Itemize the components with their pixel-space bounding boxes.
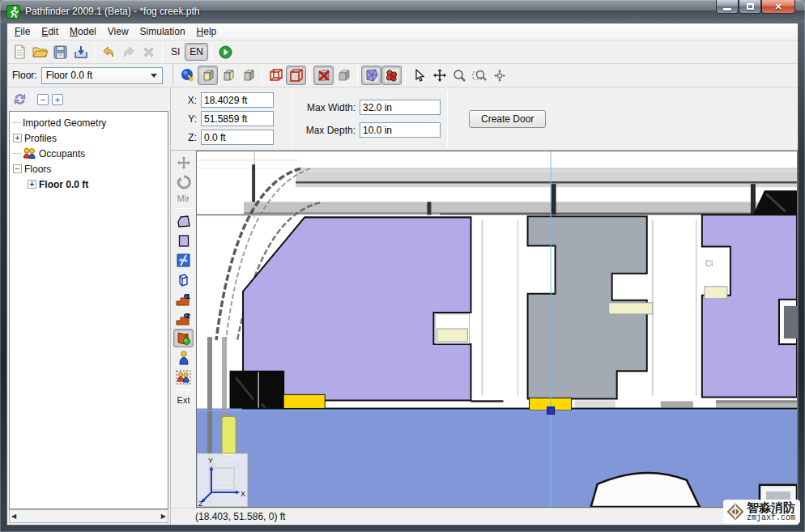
undo-button[interactable] [98,42,118,62]
new-file-icon [13,45,27,59]
z-label: Z: [185,132,197,143]
zoom-box-tool-button[interactable] [470,66,490,85]
floor-selector-zone: Floor: Floor 0.0 ft [7,64,173,87]
running-man-icon [6,5,20,19]
tree-item-occupants[interactable]: Occupants [13,146,168,161]
x-input[interactable] [201,92,274,108]
polygon-tool-icon [177,215,191,228]
selection-point[interactable] [547,406,555,414]
stairs-one-tool-button[interactable]: 1 [173,290,194,309]
app-window: Pathfinder 2009.1 (Beta) - *fog creek.pt… [0,0,805,532]
tree-item-imported-geometry[interactable]: Imported Geometry [13,115,168,130]
model-tree[interactable]: Imported Geometry + Profiles [9,111,168,509]
toolbar-separator [162,44,163,61]
si-units-button[interactable]: SI [166,43,185,61]
floorplan-canvas[interactable]: Cl [196,151,798,508]
hide-geometry-button[interactable] [313,66,334,85]
y-input[interactable] [201,111,274,126]
menu-model[interactable]: Model [64,24,102,39]
scroll-left-icon[interactable]: ◀ [11,513,16,520]
mirror-tool-button[interactable]: Mir [177,194,190,203]
floor-dropdown-value: Floor 0.0 ft [46,70,92,81]
tree-item-label: Occupants [39,148,85,160]
show-occupants-button[interactable] [381,66,402,85]
tree-item-profiles[interactable]: + Profiles [13,130,168,146]
floorplan-drawing[interactable]: Cl [197,151,797,507]
view-front-button[interactable] [218,66,238,85]
new-file-button[interactable] [10,42,30,62]
rectangle-tool-icon [177,234,190,248]
minimize-button[interactable] [716,0,739,14]
tree-item-label: Profiles [24,133,57,144]
stairs-two-tool-button[interactable]: 2 [173,309,194,328]
split-tool-button[interactable] [173,251,194,270]
menu-view[interactable]: View [102,24,134,39]
view-top-button[interactable] [198,66,218,85]
perspective-view-button[interactable] [266,66,286,85]
run-simulation-button[interactable] [215,42,236,62]
occupant-tool-button[interactable] [173,348,194,367]
toolbar-separator [357,67,358,84]
tree-item-floors[interactable]: − Floors [13,161,168,177]
rectangle-room-tool-button[interactable] [173,232,194,250]
scroll-right-icon[interactable]: ▶ [161,513,166,520]
occupant-group-tool-button[interactable] [173,368,194,386]
export-button[interactable] [70,42,91,62]
collapse-icon[interactable]: − [13,164,22,173]
undo-icon [101,45,116,58]
tree-item-floor-0[interactable]: + Floor 0.0 ft [13,177,168,192]
occupant-group-tool-icon [176,370,191,385]
closet-label: Cl [705,259,713,268]
menu-file[interactable]: File [9,24,36,39]
collapse-all-button[interactable]: − [37,94,49,105]
underlay-desk [705,287,727,299]
stairs-one-badge: 1 [186,292,190,300]
underlay-desk [437,329,467,342]
zoom-tool-button[interactable] [449,66,470,85]
extrude-tool-button[interactable] [173,270,194,289]
open-folder-icon [32,45,49,58]
stairs-one-tool-icon: 1 [176,292,191,307]
orbit-view-button[interactable] [177,66,198,85]
corridor-blue[interactable] [197,408,797,507]
toolbar-separator [309,67,310,84]
door-left[interactable] [283,394,325,408]
door-tool-button[interactable] [173,329,194,347]
refresh-tree-button[interactable] [11,91,28,109]
expand-all-button[interactable]: + [52,94,63,105]
pan-tool-button[interactable] [429,66,449,85]
open-file-button[interactable] [30,42,50,62]
maximize-button[interactable] [739,0,761,14]
orthographic-view-button[interactable] [286,66,306,85]
menu-help[interactable]: Help [191,24,223,39]
delete-button[interactable] [138,42,159,62]
select-tool-button[interactable] [409,66,429,85]
main-toolbar: SI EN [7,40,798,64]
title-bar[interactable]: Pathfinder 2009.1 (Beta) - *fog creek.pt… [0,0,805,23]
underlay-desk [609,303,653,314]
max-depth-input[interactable] [360,122,441,138]
zoom-point-tool-button[interactable] [490,66,510,85]
tree-horizontal-scrollbar[interactable]: ◀ ▶ [9,509,168,523]
z-input[interactable] [201,130,274,145]
menu-simulation[interactable]: Simulation [134,24,191,39]
rotate-tool-button[interactable] [173,172,194,191]
create-door-button[interactable]: Create Door [469,110,546,128]
max-width-input[interactable] [360,100,441,115]
toolbar-separator [262,67,262,84]
move-tool-button[interactable] [173,153,194,172]
ext-tool-button[interactable]: Ext [177,395,190,405]
show-navmesh-button[interactable] [361,66,381,85]
expand-icon[interactable]: + [13,134,22,143]
en-units-button[interactable]: EN [185,43,208,61]
expand-icon[interactable]: + [28,180,36,189]
view-cube-c-icon [241,68,256,83]
show-geometry-button[interactable] [334,66,354,85]
floor-dropdown[interactable]: Floor 0.0 ft [41,67,163,84]
view-side-button[interactable] [238,66,258,85]
menu-edit[interactable]: Edit [36,24,64,39]
polygon-room-tool-button[interactable] [173,212,194,231]
save-button[interactable] [50,42,70,62]
redo-button[interactable] [118,42,138,62]
close-button[interactable]: ✕ [761,0,795,14]
